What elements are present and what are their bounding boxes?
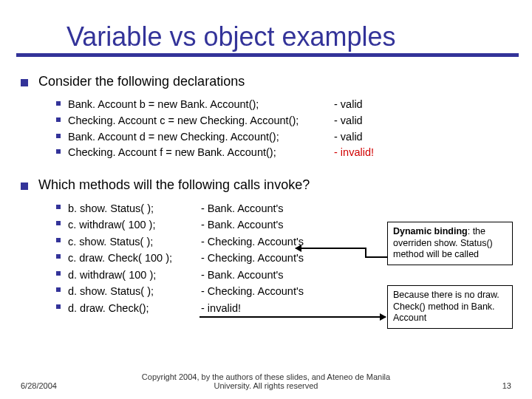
declaration-row: Bank. Account b = new Bank. Account(); -… — [56, 97, 525, 113]
title-bar: Variable vs object examples — [0, 18, 532, 55]
title-underline — [16, 53, 519, 57]
arrow-icon — [365, 256, 387, 258]
bullet-icon — [56, 287, 61, 292]
slide-content: Consider the following declarations Bank… — [21, 74, 525, 316]
call-owner: - Bank. Account's — [201, 216, 334, 233]
section2-lead-text: Which methods will the following calls i… — [38, 177, 310, 193]
call-code: c. withdraw( 100 ); — [68, 216, 201, 233]
call-owner: - Bank. Account's — [201, 200, 334, 216]
footer: 6/28/2004 Copyright 2004, by the authors… — [0, 372, 532, 390]
note-dynamic-binding: Dynamic binding: the overriden show. Sta… — [387, 222, 513, 265]
bullet-icon — [56, 205, 61, 209]
arrow-icon — [296, 248, 366, 249]
footer-date: 6/28/2004 — [21, 381, 57, 390]
bullet-icon — [56, 221, 61, 225]
note-bold: Dynamic binding — [393, 226, 468, 236]
bullet-icon — [56, 149, 61, 154]
declaration-row: Bank. Account d = new Checking. Account(… — [56, 129, 525, 146]
bullet-icon — [21, 79, 28, 86]
call-row: b. show. Status( ); - Bank. Account's — [56, 200, 525, 216]
declaration-status: - valid — [334, 97, 363, 113]
bullet-icon — [56, 101, 61, 106]
declaration-status: - valid — [334, 129, 363, 146]
note-no-method: Because there is no draw. Check() method… — [387, 285, 513, 329]
bullet-icon — [21, 183, 28, 190]
declaration-row: Checking. Account c = new Checking. Acco… — [56, 113, 525, 129]
page-number: 13 — [502, 381, 511, 390]
slide-title: Variable vs object examples — [0, 21, 396, 52]
footer-copyright: Copyright 2004, by the authors of these … — [133, 372, 399, 390]
arrow-icon — [200, 316, 386, 318]
declaration-row: Checking. Account f = new Bank. Account(… — [56, 145, 525, 161]
declaration-code: Bank. Account b = new Bank. Account(); — [68, 97, 334, 113]
call-code: d. withdraw( 100 ); — [68, 267, 201, 283]
declaration-code: Checking. Account f = new Bank. Account(… — [68, 145, 334, 161]
bullet-icon — [56, 238, 61, 242]
bullet-icon — [56, 304, 61, 309]
bullet-icon — [56, 134, 61, 138]
call-code: d. show. Status( ); — [68, 283, 201, 299]
call-owner: - Bank. Account's — [201, 267, 334, 283]
note-text: Because there is no draw. Check() method… — [393, 290, 499, 323]
call-code: c. draw. Check( 100 ); — [68, 250, 201, 266]
declaration-code: Bank. Account d = new Checking. Account(… — [68, 129, 334, 146]
bullet-icon — [56, 117, 61, 122]
call-owner: - Checking. Account's — [201, 250, 334, 266]
section1-lead: Consider the following declarations — [21, 74, 525, 89]
call-owner-invalid: - invalid! — [201, 300, 334, 316]
call-code: d. draw. Check(); — [68, 300, 201, 316]
call-owner: - Checking. Account's — [201, 283, 334, 299]
section2-lead: Which methods will the following calls i… — [21, 177, 525, 193]
section1-lead-text: Consider the following declarations — [38, 74, 245, 89]
call-row: d. withdraw( 100 ); - Bank. Account's — [56, 267, 525, 283]
bullet-icon — [56, 271, 61, 276]
declaration-status-invalid: - invalid! — [334, 145, 374, 161]
bullet-icon — [56, 254, 61, 259]
declaration-list: Bank. Account b = new Bank. Account(); -… — [56, 97, 525, 161]
declaration-status: - valid — [334, 113, 363, 129]
call-code: b. show. Status( ); — [68, 200, 201, 216]
call-code: c. show. Status( ); — [68, 233, 201, 250]
declaration-code: Checking. Account c = new Checking. Acco… — [68, 113, 334, 129]
